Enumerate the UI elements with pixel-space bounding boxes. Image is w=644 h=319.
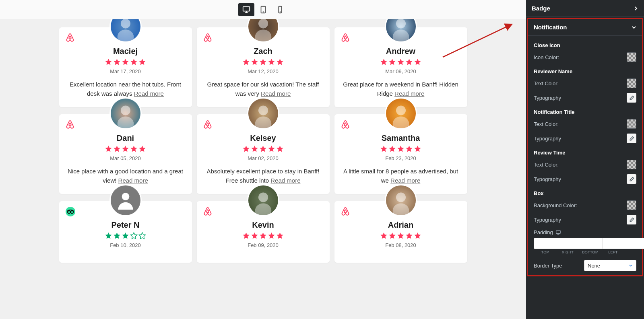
border-type-value: None <box>588 263 600 269</box>
review-card: MaciejMar 17, 2020Excellent location nea… <box>59 27 192 107</box>
star-icon <box>113 58 121 66</box>
star-icon <box>380 145 388 153</box>
read-more-link[interactable]: Read more <box>118 177 148 184</box>
review-card: KevinFeb 09, 2020 <box>197 201 330 263</box>
notif-text-color-label: Text Color: <box>534 121 559 127</box>
airbnb-icon <box>66 120 74 131</box>
star-icon <box>242 58 250 66</box>
star-icon <box>113 232 121 240</box>
star-icon <box>251 232 258 240</box>
chevron-down-icon <box>632 25 636 30</box>
review-date: Mar 05, 2020 <box>66 155 185 161</box>
read-more-link[interactable]: Read more <box>261 90 291 97</box>
trip-icon <box>66 207 75 216</box>
notification-panel-header[interactable]: Notification <box>528 19 642 36</box>
star-icon <box>380 232 388 240</box>
star-rating <box>66 145 185 153</box>
reviewer-typography-button[interactable] <box>627 93 636 103</box>
reviewer-text-color-swatch[interactable] <box>627 78 636 88</box>
review-card: AndrewMar 09, 2020Great place for a week… <box>334 27 467 107</box>
chevron-right-icon <box>634 6 638 11</box>
avatar <box>247 19 279 43</box>
star-icon <box>259 58 267 66</box>
star-icon <box>138 58 146 66</box>
read-more-link[interactable]: Read more <box>394 90 424 97</box>
svg-point-25 <box>68 211 69 212</box>
style-sidebar: Badge Notification Close Icon Icon Color… <box>526 0 644 319</box>
svg-point-21 <box>396 106 405 115</box>
svg-point-32 <box>396 193 405 202</box>
star-rating <box>66 232 185 240</box>
padding-right-input[interactable] <box>602 238 644 249</box>
star-icon <box>130 58 138 66</box>
avatar <box>385 19 417 43</box>
reviewer-name: Peter N <box>66 220 185 230</box>
star-icon <box>105 145 112 153</box>
avatar <box>385 97 417 130</box>
avatar <box>385 184 417 216</box>
star-icon <box>113 145 121 153</box>
edit-icon <box>629 136 634 141</box>
notif-typography-label: Typography <box>534 136 561 142</box>
review-text: A little small for 8 people as advertise… <box>342 167 460 185</box>
star-icon <box>130 145 138 153</box>
airbnb-icon <box>66 33 74 44</box>
padding-left-label: LEFT <box>602 250 624 254</box>
avatar <box>247 184 279 216</box>
badge-panel-header[interactable]: Badge <box>526 0 644 17</box>
time-text-color-swatch[interactable] <box>627 160 636 169</box>
device-tablet-button[interactable] <box>255 3 271 16</box>
avatar <box>109 184 142 216</box>
review-card: ZachMar 12, 2020Great space for our ski … <box>197 27 330 107</box>
time-typography-label: Typography <box>534 176 561 182</box>
star-icon <box>130 232 138 240</box>
review-card: DaniMar 05, 2020Nice place with a good l… <box>59 114 192 194</box>
notification-panel-title: Notification <box>534 24 567 31</box>
padding-right-label: RIGHT <box>556 250 579 254</box>
avatar <box>109 19 142 43</box>
edit-icon <box>629 95 634 101</box>
review-date: Feb 09, 2020 <box>204 242 322 248</box>
icon-color-swatch[interactable] <box>627 52 636 62</box>
star-icon <box>276 145 284 153</box>
device-desktop-button[interactable] <box>238 3 254 16</box>
svg-point-29 <box>258 193 268 202</box>
review-card: Peter NFeb 10, 2020 <box>59 201 192 263</box>
read-more-link[interactable]: Read more <box>270 177 300 184</box>
box-typography-button[interactable] <box>627 215 636 224</box>
airbnb-icon <box>341 207 350 218</box>
star-icon <box>414 145 421 153</box>
read-more-link[interactable]: Read more <box>390 177 420 184</box>
star-icon <box>397 232 405 240</box>
review-text: Excellent location near the hot tubs. Fr… <box>66 80 185 98</box>
padding-top-input[interactable] <box>534 238 602 249</box>
device-mobile-button[interactable] <box>272 3 288 16</box>
time-text-color-label: Text Color: <box>534 162 559 168</box>
notif-typography-button[interactable] <box>627 134 636 143</box>
svg-point-18 <box>258 106 268 115</box>
star-icon <box>388 58 396 66</box>
svg-point-15 <box>120 106 130 115</box>
svg-point-26 <box>71 211 72 212</box>
notif-text-color-swatch[interactable] <box>627 119 636 129</box>
border-type-select[interactable]: None <box>584 260 636 271</box>
svg-point-2 <box>263 12 263 12</box>
icon-color-label: Icon Color: <box>534 54 559 60</box>
airbnb-icon <box>203 120 212 131</box>
star-icon <box>259 232 267 240</box>
box-bg-color-swatch[interactable] <box>627 200 636 210</box>
reviewer-name: Maciej <box>66 47 185 56</box>
star-icon <box>268 145 275 153</box>
device-toolbar <box>0 0 526 19</box>
star-rating <box>204 145 322 153</box>
star-rating <box>342 145 460 153</box>
badge-panel-title: Badge <box>532 5 550 12</box>
star-icon <box>414 232 421 240</box>
star-icon <box>242 145 250 153</box>
reviewer-name-section-title: Reviewer Name <box>534 68 636 74</box>
star-icon <box>105 58 112 66</box>
time-typography-button[interactable] <box>627 174 636 184</box>
padding-top-label: TOP <box>534 250 556 254</box>
read-more-link[interactable]: Read more <box>134 90 164 97</box>
star-icon <box>242 232 250 240</box>
